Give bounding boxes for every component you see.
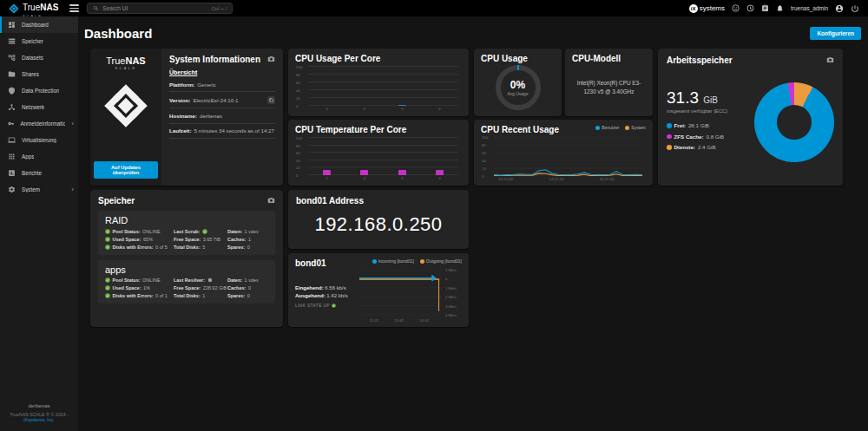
y-tick-label: 20	[296, 96, 300, 101]
cpu-usage-caption: Avg Usage	[507, 91, 528, 96]
menu-icon[interactable]	[69, 4, 79, 12]
sidebar-item-network[interactable]: Netzwerk	[0, 99, 78, 115]
camera-icon	[826, 56, 834, 63]
sidebar-item-label: Data Protection	[22, 88, 59, 94]
gridline	[308, 160, 458, 160]
storage-icon	[8, 37, 16, 45]
sidebar-item-label: Datasets	[22, 55, 43, 61]
gray-dot-icon	[207, 278, 213, 283]
topbar: TrueNAS SCALE Search UI Ctrl + / iX syst…	[0, 0, 868, 16]
alerts-icon[interactable]	[776, 4, 784, 12]
truenas-logo[interactable]: TrueNAS SCALE	[9, 0, 58, 18]
sidebar-item-storage[interactable]: Speicher	[0, 33, 78, 49]
gridline	[308, 66, 458, 67]
check-icon	[202, 229, 207, 234]
pool-stat: Used Space:65%	[105, 237, 174, 242]
y-tick-label: 0	[445, 277, 447, 281]
row-value: 5 minutes 34 seconds as of 14:27	[194, 127, 274, 134]
alerts-icon	[776, 4, 784, 12]
sidebar-item-reports[interactable]: Berichte	[0, 165, 78, 181]
y-tick-label: 80	[482, 143, 486, 147]
row-label: Version:	[169, 97, 190, 103]
sidebar-item-label: Netzwerk	[22, 104, 44, 110]
gridline	[308, 152, 458, 153]
cpu-recent-usage-chart: 020406080100	[494, 137, 642, 176]
gridline	[308, 167, 458, 167]
search-input[interactable]: Search UI Ctrl + /	[87, 3, 233, 14]
network-icon	[8, 103, 16, 111]
ix-mark: iX	[689, 4, 698, 13]
legend-item: Incoming [bond01]	[372, 258, 414, 264]
sidebar-item-apps[interactable]: Apps	[0, 148, 78, 165]
dashboard-icon	[8, 21, 16, 29]
gear-icon	[8, 186, 16, 193]
jobs-icon[interactable]	[746, 4, 754, 12]
x-tick-label: 4	[421, 107, 458, 114]
overview-link[interactable]: Übersicht	[169, 69, 275, 75]
check-updates-button[interactable]: Auf Updates überprüfen	[94, 161, 158, 179]
check-icon	[105, 237, 110, 242]
sidebar-item-dashboard[interactable]: Dashboard	[0, 16, 78, 33]
x-tick-label: 13:42	[394, 318, 404, 323]
ixsystems-logo[interactable]: iX systems	[689, 4, 725, 13]
card-title: CPU Recent Usage	[481, 125, 559, 134]
cpu-model-card: CPU-Modell Intel(R) Xeon(R) CPU E3-1230 …	[565, 49, 653, 116]
pool-stat: Last Scrub:	[174, 229, 227, 234]
pool-stats-column: Daten:1 vdevCaches:1Spares:0	[227, 229, 268, 250]
y-tick-label: 0	[482, 174, 483, 179]
pool-stat: Pool Status:ONLINE	[105, 278, 174, 283]
truecommand-icon[interactable]	[732, 4, 740, 12]
bond-traffic-card: bond01 Incoming [bond01]Outgoing [bond01…	[288, 253, 469, 327]
search-placeholder: Search UI	[102, 5, 128, 11]
check-icon	[105, 285, 110, 291]
sidebar-item-credentials[interactable]: Anmeldeinformationen›	[0, 115, 78, 132]
pool-stat: Disks with Errors:0 of 5	[105, 245, 174, 250]
bar	[323, 170, 331, 175]
cpu-model-value: Intel(R) Xeon(R) CPU E3-1230 v5 @ 3.40GH…	[572, 63, 646, 111]
sidebar-item-data-protection[interactable]: Data Protection	[0, 82, 78, 99]
footer-hostname: derbenas	[3, 403, 75, 408]
pool-stat: Spares:0	[227, 245, 268, 250]
pool-stats-column: Pool Status:ONLINEUsed Space:65%Disks wi…	[105, 229, 174, 250]
y-tick-label: 1 Mb/s	[445, 285, 457, 290]
camera-icon[interactable]	[267, 55, 275, 62]
memory-caption: insgesamt verfügbar (ECC)	[667, 108, 751, 114]
x-tick-label: 3	[384, 107, 421, 114]
card-title: bond01 Address	[296, 196, 461, 206]
gridline	[308, 105, 458, 106]
memory-legend-item: Frei: 28.1 GiB	[667, 122, 751, 128]
sidebar-item-system[interactable]: System›	[0, 181, 78, 198]
changelog-icon[interactable]	[761, 4, 769, 12]
y-tick-label: 40	[296, 88, 300, 93]
camera-icon[interactable]	[826, 56, 834, 63]
truenas-wordmark: TrueNAS	[23, 3, 58, 12]
y-tick-label: 60	[296, 81, 300, 85]
y-tick-label: 40	[296, 158, 300, 162]
configure-button[interactable]: Konfigurieren	[810, 27, 861, 40]
gridline	[308, 74, 458, 75]
truenas-diamond-icon	[102, 82, 149, 129]
x-tick-label: 13:22	[370, 318, 379, 323]
pool-stat: Daten:1 vdev	[227, 278, 268, 283]
camera-icon[interactable]	[267, 196, 275, 204]
power-icon[interactable]	[851, 4, 859, 13]
sidebar-item-shares[interactable]: Shares	[0, 66, 78, 82]
sidebar-item-datasets[interactable]: Datasets	[0, 49, 78, 66]
y-tick-label: 60	[482, 151, 486, 155]
power-icon	[851, 4, 859, 13]
sidebar-item-virtualization[interactable]: Virtualisierung	[0, 132, 78, 148]
y-tick-label: 0	[296, 173, 298, 178]
gridline	[308, 137, 458, 138]
copy-icon[interactable]	[267, 96, 275, 104]
apps-icon	[8, 153, 16, 160]
user-icon[interactable]	[835, 4, 844, 13]
sidebar-item-label: Virtualisierung	[22, 137, 56, 143]
gridline	[308, 82, 458, 82]
y-tick-label: 60	[296, 151, 300, 155]
link-state: LINK STATE UP	[295, 304, 358, 308]
footer-ixsystems-link[interactable]: iXsystems, Inc.	[3, 417, 75, 422]
main-content: Dashboard Konfigurieren TrueNAS SCALE Au…	[78, 16, 868, 431]
x-tick-label: 3	[384, 176, 421, 183]
card-title: CPU Usage Per Core	[295, 54, 462, 63]
y-tick-label: 20	[482, 167, 486, 171]
